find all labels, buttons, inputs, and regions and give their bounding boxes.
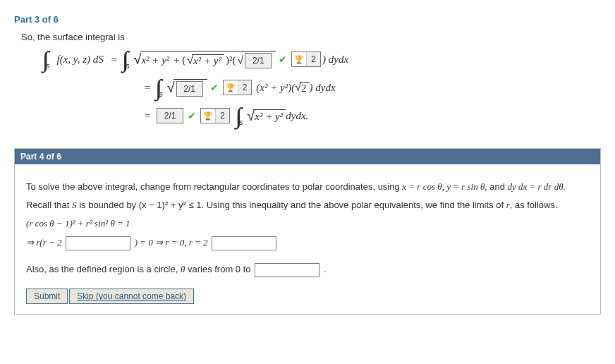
part4-p2: Recall that S is bounded by (x − 1)² + y… bbox=[26, 200, 589, 211]
part3-intro: So, the surface integral is bbox=[21, 32, 601, 42]
input-theta-upper[interactable] bbox=[255, 263, 319, 277]
part4-container: Part 4 of 6 To solve the above integral,… bbox=[14, 148, 601, 315]
answer-box-2: 2/1 bbox=[176, 81, 203, 97]
trophy-box-2: 🏆 2 bbox=[223, 80, 252, 95]
part4-header: Part 4 of 6 bbox=[15, 149, 600, 164]
check-icon: ✔ bbox=[210, 83, 219, 92]
trophy-icon: 🏆 bbox=[292, 52, 307, 66]
check-icon: ✔ bbox=[279, 54, 287, 64]
eq-line3: = 2/1 ✔ 🏆 2 ∫∫s √x² + y² dydx. bbox=[140, 104, 601, 127]
input-r-value[interactable] bbox=[212, 236, 276, 250]
button-row: SubmitSkip (you cannot come back) bbox=[26, 289, 589, 304]
part4-eq2: ⇒ r(r − 2 ) = 0 ⇒ r = 0, r = 2 bbox=[26, 236, 589, 250]
answer-box-3: 2/1 bbox=[157, 108, 183, 123]
trophy-icon: 🏆 bbox=[224, 80, 238, 95]
input-r-expr[interactable] bbox=[66, 236, 130, 250]
check-icon: ✔ bbox=[188, 111, 196, 121]
trophy-box-3: 🏆 2 bbox=[200, 108, 230, 123]
skip-button[interactable]: Skip (you cannot come back) bbox=[69, 289, 194, 304]
part4-eq1: (r cos θ − 1)² + r² sin² θ = 1 bbox=[26, 218, 589, 229]
answer-box-1: 2/1 bbox=[245, 53, 272, 68]
part4-p1: To solve the above integral, change from… bbox=[26, 181, 589, 193]
eq-line2: = ∫∫s √ 2/1 ✔ 🏆 2 (x² + y²)( √2 ) dydx bbox=[140, 76, 601, 99]
trophy-box-1: 🏆 2 bbox=[291, 51, 321, 67]
trophy-icon: 🏆 bbox=[201, 109, 216, 123]
part3-header: Part 3 of 6 bbox=[14, 14, 601, 25]
part4-p3: Also, as the defined region is a circle,… bbox=[26, 263, 589, 277]
eq-line1: ∫∫s f(x, y, z) dS = ∫∫s √ x² + y² + ( √x… bbox=[42, 48, 601, 71]
submit-button[interactable]: Submit bbox=[26, 289, 68, 304]
